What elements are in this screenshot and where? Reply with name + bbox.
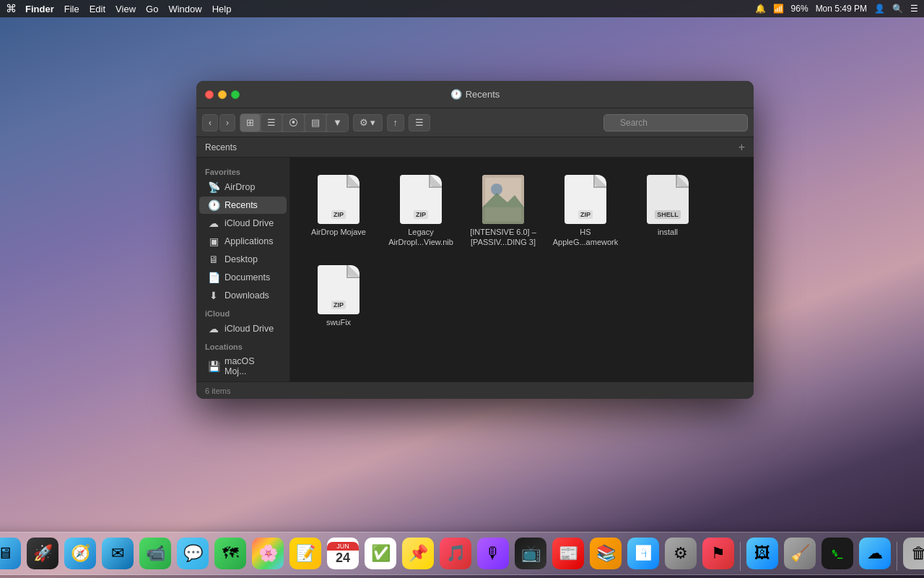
recents-icon: 🕐	[208, 199, 219, 211]
menu-view[interactable]: View	[116, 4, 136, 14]
terminal-icon: %_	[821, 538, 853, 569]
dock-trash[interactable]: 🗑	[902, 536, 924, 571]
sidebar-item-macos[interactable]: 💾 macOS Moj...	[199, 353, 287, 379]
finder-window: 🕐 Recents ‹ › ⊞ ☰ ⦿ ▤ ▼ ⚙ ▾ ↑ ☰ 🔍	[196, 81, 754, 399]
file-icon-wrap: ZIP	[395, 172, 447, 224]
downloads-icon: ⬇	[208, 290, 219, 301]
dock-preview[interactable]: 🖼	[745, 536, 780, 571]
file-icon-wrap	[477, 172, 529, 224]
cleanup-icon: 🧹	[784, 538, 816, 569]
sidebar-item-icloud-drive-fav[interactable]: ☁ iCloud Drive	[199, 215, 287, 232]
control-center-icon[interactable]: ☰	[910, 4, 918, 14]
sidebar-item-icloud-drive[interactable]: ☁ iCloud Drive	[199, 320, 287, 337]
maximize-button[interactable]	[231, 90, 240, 99]
spotlight-icon[interactable]: 🔍	[892, 4, 903, 14]
books-icon: 📚	[590, 538, 622, 569]
podcasts-icon: 🎙	[477, 538, 509, 569]
mail-icon: ✉	[102, 538, 134, 569]
view-gallery-button[interactable]: ▤	[305, 114, 326, 131]
dock-appstore[interactable]: 🅰	[626, 536, 661, 571]
file-name: AirDrop Mojave	[311, 227, 366, 237]
dock-prefs[interactable]: ⚙	[663, 536, 698, 571]
dock-finder[interactable]: 🖥	[0, 536, 22, 571]
dock-safari[interactable]: 🧭	[63, 536, 97, 571]
file-area: ZIP AirDrop Mojave ZIP Legacy AirDropl..…	[290, 158, 754, 381]
file-icon-wrap: ZIP	[559, 172, 611, 224]
notes-icon: 📝	[289, 538, 321, 569]
sidebar-item-downloads[interactable]: ⬇ Downloads	[199, 287, 287, 304]
sidebar-item-airdrop[interactable]: 📡 AirDrop	[199, 178, 287, 196]
file-item-legacy-airdrop[interactable]: ZIP Legacy AirDropl...View.nib	[381, 166, 461, 254]
sidebar-item-documents-label: Documents	[225, 272, 270, 282]
file-item-intensive[interactable]: [INTENSIVE 6.0] – [PASSIV...DING 3]	[463, 166, 543, 254]
file-item-install[interactable]: SHELL install	[628, 166, 707, 254]
sidebar-item-desktop[interactable]: 🖥 Desktop	[199, 251, 287, 268]
dock-terminal[interactable]: %_	[820, 536, 855, 571]
notification-icon[interactable]: 🔔	[755, 4, 766, 14]
action-button[interactable]: ⚙ ▾	[353, 114, 383, 131]
airdrop-icon: 📡	[208, 181, 219, 193]
dock-news[interactable]: 📰	[551, 536, 585, 571]
minimize-button[interactable]	[218, 90, 227, 99]
search-input[interactable]	[603, 114, 748, 131]
content-area: Favorites 📡 AirDrop 🕐 Recents ☁ iCloud D…	[196, 158, 754, 381]
locations-header: Locations	[196, 338, 289, 353]
file-icon-wrap: ZIP	[313, 172, 365, 224]
menu-file[interactable]: File	[64, 4, 79, 14]
photos-icon: 🌸	[252, 538, 284, 569]
search-wrapper: 🔍	[603, 114, 748, 131]
sidebar-item-documents[interactable]: 📄 Documents	[199, 269, 287, 286]
file-badge-zip: ZIP	[331, 301, 346, 309]
dock-messages[interactable]: 💬	[175, 536, 210, 571]
dock-cleanup[interactable]: 🧹	[783, 536, 817, 571]
file-item-airdrop-mojave[interactable]: ZIP AirDrop Mojave	[299, 166, 378, 254]
feedback-icon: ⚑	[702, 538, 734, 569]
calendar-icon: JUN 24	[327, 538, 359, 569]
elytra-icon: ☁	[859, 538, 891, 569]
menu-go[interactable]: Go	[146, 4, 158, 14]
dock-reminders[interactable]: ✅	[363, 536, 398, 571]
menu-help[interactable]: Help	[212, 4, 232, 14]
dock-elytra[interactable]: ☁	[858, 536, 892, 571]
sidebar-item-macos-label: macOS Moj...	[225, 356, 278, 376]
file-item-hs-apple[interactable]: ZIP HS AppleG...amework	[546, 166, 625, 254]
dock-photos[interactable]: 🌸	[250, 536, 285, 571]
stickies-icon: 📌	[402, 538, 434, 569]
view-icon-button[interactable]: ⊞	[240, 114, 260, 131]
back-button[interactable]: ‹	[202, 114, 218, 131]
dock-separator-2	[897, 542, 897, 571]
file-item-swufix[interactable]: ZIP swuFix	[299, 256, 378, 333]
view-gallery-dropdown[interactable]: ▼	[327, 114, 348, 131]
file-name: swuFix	[326, 317, 351, 327]
menu-window[interactable]: Window	[168, 4, 201, 14]
dock-books[interactable]: 📚	[588, 536, 623, 571]
add-button[interactable]: +	[738, 141, 745, 154]
dock-notes[interactable]: 📝	[288, 536, 323, 571]
arrange-button[interactable]: ☰	[409, 114, 430, 131]
siri-icon[interactable]: 👤	[874, 4, 885, 14]
forward-button[interactable]: ›	[219, 114, 235, 131]
menubar-right: 🔔 📶 96% Mon 5:49 PM 👤 🔍 ☰	[755, 4, 918, 14]
sidebar-item-applications[interactable]: ▣ Applications	[199, 233, 287, 250]
menu-finder[interactable]: Finder	[25, 4, 54, 14]
menu-edit[interactable]: Edit	[90, 4, 105, 14]
dock-feedback[interactable]: ⚑	[701, 536, 736, 571]
view-column-button[interactable]: ⦿	[283, 114, 304, 131]
dock-facetime[interactable]: 📹	[138, 536, 173, 571]
dock-calendar[interactable]: JUN 24	[326, 536, 360, 571]
close-button[interactable]	[205, 90, 214, 99]
sidebar-item-icloud-drive-fav-label: iCloud Drive	[225, 218, 274, 228]
dock-maps[interactable]: 🗺	[213, 536, 248, 571]
view-list-button[interactable]: ☰	[261, 114, 282, 131]
dock-tv[interactable]: 📺	[513, 536, 548, 571]
dock-separator	[740, 542, 741, 571]
dock-music[interactable]: 🎵	[438, 536, 473, 571]
battery-indicator: 96%	[791, 4, 808, 14]
dock-mail[interactable]: ✉	[100, 536, 135, 571]
dock-podcasts[interactable]: 🎙	[476, 536, 510, 571]
sidebar-item-recents[interactable]: 🕐 Recents	[199, 197, 287, 214]
share-button[interactable]: ↑	[387, 114, 405, 131]
apple-menu[interactable]: ⌘	[6, 2, 17, 15]
dock-launchpad[interactable]: 🚀	[25, 536, 60, 571]
dock-stickies[interactable]: 📌	[401, 536, 435, 571]
